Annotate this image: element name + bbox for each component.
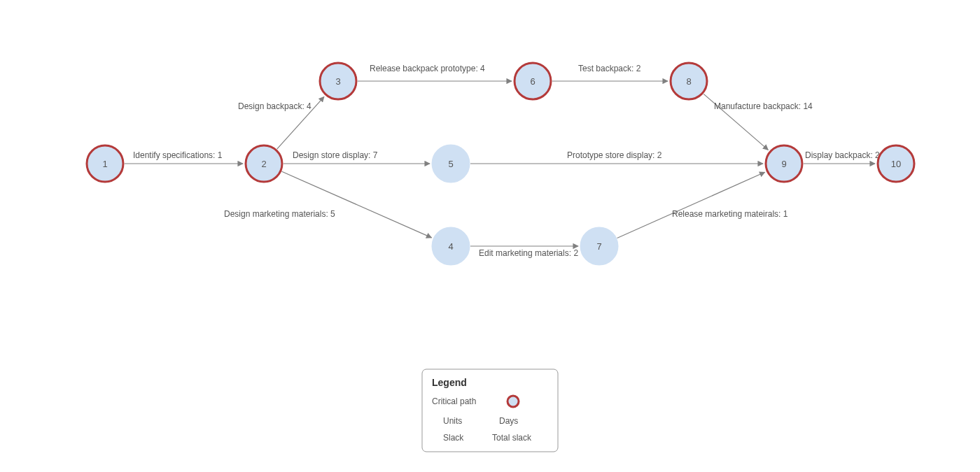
node-label: 7 <box>596 241 601 252</box>
legend-units-value: Days <box>499 416 518 426</box>
node-3: 3 <box>320 63 356 99</box>
node-2: 2 <box>246 145 282 182</box>
node-1: 1 <box>87 145 123 182</box>
legend-critical-label: Critical path <box>432 396 476 406</box>
edge-label: Design store display: 7 <box>293 150 378 160</box>
legend-units-label: Units <box>443 416 462 426</box>
edge-label: Release marketing mateirals: 1 <box>672 209 788 219</box>
edge-label: Manufacture backpack: 14 <box>714 101 813 111</box>
edge-label: Design backpack: 4 <box>238 101 312 111</box>
node-label: 8 <box>686 76 691 87</box>
legend-slack-value: Total slack <box>492 433 532 443</box>
edge-label: Design marketing materials: 5 <box>224 209 335 219</box>
legend-slack-label: Slack <box>443 433 464 443</box>
node-label: 1 <box>102 159 107 169</box>
node-label: 4 <box>448 241 453 252</box>
node-7: 7 <box>581 228 617 264</box>
node-4: 4 <box>433 228 469 264</box>
edge-label: Prototype store display: 2 <box>567 150 662 160</box>
node-label: 9 <box>781 159 786 169</box>
node-10: 10 <box>878 145 914 182</box>
activity-on-arrow-diagram: Identify specifications: 1Design backpac… <box>0 0 980 472</box>
edge-label: Display backpack: 2 <box>805 150 880 160</box>
edge-label: Test backpack: 2 <box>578 64 641 73</box>
node-label: 10 <box>891 159 901 169</box>
edge-label: Release backpack prototype: 4 <box>370 64 485 73</box>
node-label: 3 <box>335 76 340 87</box>
node-5: 5 <box>433 145 469 182</box>
node-label: 5 <box>448 159 453 169</box>
node-6: 6 <box>514 63 551 99</box>
legend-critical-swatch <box>507 396 519 407</box>
edge-label: Edit marketing materials: 2 <box>479 248 578 258</box>
node-label: 2 <box>261 159 266 169</box>
legend-title: Legend <box>432 377 467 388</box>
edge-label: Identify specifications: 1 <box>133 150 223 160</box>
node-8: 8 <box>671 63 707 99</box>
legend: Legend Critical path Units Days Slack To… <box>422 369 558 452</box>
node-label: 6 <box>530 76 535 87</box>
edge-arrow <box>282 171 432 238</box>
node-9: 9 <box>766 145 802 182</box>
edge-arrow <box>617 172 765 238</box>
